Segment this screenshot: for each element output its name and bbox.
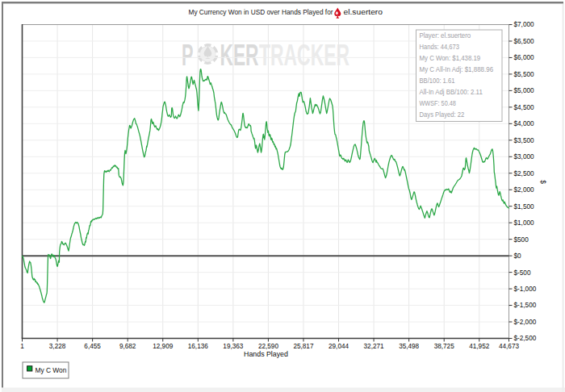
svg-text:My C Won: $1,438.19: My C Won: $1,438.19: [420, 55, 481, 62]
svg-text:P: P: [182, 38, 194, 72]
svg-text:19,363: 19,363: [223, 343, 243, 350]
svg-text:$-1,500: $-1,500: [514, 302, 537, 309]
svg-text:el.suertero: el.suertero: [344, 8, 383, 16]
svg-text:$0: $0: [514, 252, 522, 260]
svg-text:$6,500: $6,500: [514, 38, 534, 45]
svg-text:My C Won: My C Won: [36, 366, 67, 374]
svg-text:Days Played: 22: Days Played: 22: [420, 111, 465, 119]
svg-text:12,909: 12,909: [153, 343, 173, 350]
svg-text:Hands: 44,673: Hands: 44,673: [420, 44, 460, 51]
svg-text:41,952: 41,952: [469, 343, 489, 350]
svg-text:$5,500: $5,500: [514, 71, 534, 78]
svg-text:$: $: [539, 180, 547, 184]
svg-text:44,673: 44,673: [499, 343, 519, 350]
svg-text:22,590: 22,590: [258, 343, 278, 350]
svg-text:BB/100: 1.61: BB/100: 1.61: [420, 77, 455, 85]
svg-text:38,725: 38,725: [434, 343, 454, 350]
svg-text:$-2,000: $-2,000: [514, 319, 537, 326]
svg-text:$7,000: $7,000: [514, 21, 534, 28]
svg-text:3,228: 3,228: [49, 343, 66, 350]
svg-text:$3,500: $3,500: [514, 137, 534, 144]
svg-text:6,455: 6,455: [84, 343, 101, 350]
svg-text:25,817: 25,817: [293, 343, 313, 350]
svg-text:WWSF: 50.48: WWSF: 50.48: [420, 100, 457, 107]
svg-text:$6,000: $6,000: [514, 54, 534, 61]
svg-text:1: 1: [20, 343, 24, 350]
svg-text:TRACKER: TRACKER: [259, 38, 349, 72]
svg-text:Player: el.suertero: Player: el.suertero: [420, 32, 471, 40]
svg-text:$2,500: $2,500: [514, 170, 534, 177]
svg-text:$4,500: $4,500: [514, 104, 534, 111]
svg-text:$4,000: $4,000: [514, 120, 534, 127]
svg-text:$1,500: $1,500: [514, 203, 534, 211]
svg-text:All-In Adj BB/100: 2.11: All-In Adj BB/100: 2.11: [420, 89, 483, 96]
svg-text:My Currency Won in USD over Ha: My Currency Won in USD over Hands Played…: [189, 8, 333, 16]
svg-text:29,044: 29,044: [329, 343, 349, 350]
svg-text:16,136: 16,136: [188, 343, 208, 350]
svg-text:$5,000: $5,000: [514, 87, 534, 94]
svg-text:9,682: 9,682: [119, 343, 136, 350]
svg-text:KER: KER: [220, 38, 259, 72]
svg-text:$-500: $-500: [514, 269, 531, 277]
svg-text:$3,000: $3,000: [514, 153, 534, 161]
svg-text:My C All-In Adj: $1,888.96: My C All-In Adj: $1,888.96: [420, 66, 494, 73]
svg-text:$1,000: $1,000: [514, 219, 534, 227]
svg-text:$500: $500: [514, 236, 529, 244]
svg-text:32,271: 32,271: [364, 343, 384, 350]
svg-text:$-1,000: $-1,000: [514, 286, 537, 293]
svg-text:35,498: 35,498: [399, 343, 419, 350]
svg-text:$-2,500: $-2,500: [514, 335, 537, 342]
svg-text:$2,000: $2,000: [514, 186, 534, 194]
svg-text:Hands Played: Hands Played: [244, 350, 288, 358]
